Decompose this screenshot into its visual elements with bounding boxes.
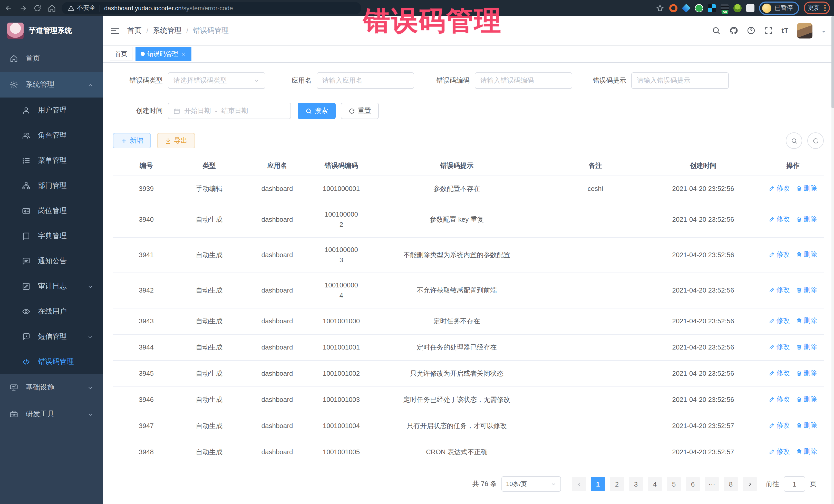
sidebar-item-11[interactable]: 短信管理	[0, 324, 103, 349]
not-secure-warning[interactable]: 不安全	[68, 4, 95, 12]
delete-link[interactable]: 删除	[796, 420, 817, 431]
back-icon[interactable]	[4, 3, 13, 13]
sidebar-item-14[interactable]: 研发工具	[0, 401, 103, 428]
sidebar-item-label: 研发工具	[26, 410, 54, 419]
edit-link[interactable]: 修改	[769, 183, 790, 194]
delete-link[interactable]: 删除	[796, 394, 817, 404]
home-icon[interactable]	[47, 3, 57, 13]
page-button-2[interactable]: 2	[610, 477, 624, 491]
app-logo[interactable]: 芋道管理系统	[0, 16, 103, 45]
breadcrumb-item[interactable]: 系统管理	[153, 26, 182, 35]
edit-link[interactable]: 修改	[769, 316, 790, 326]
calendar-icon	[174, 108, 180, 114]
scrollbar[interactable]	[831, 16, 834, 504]
delete-link[interactable]: 删除	[796, 285, 817, 295]
page-size-select[interactable]: 10条/页	[501, 476, 561, 492]
page-button-6[interactable]: 6	[686, 477, 700, 491]
sms-icon	[22, 332, 31, 341]
page-button-1[interactable]: 1	[591, 477, 605, 491]
edit-link[interactable]: 修改	[769, 214, 790, 224]
edit-link[interactable]: 修改	[769, 249, 790, 260]
prev-page-button[interactable]	[572, 477, 586, 491]
delete-link[interactable]: 删除	[796, 183, 817, 194]
delete-link[interactable]: 删除	[796, 342, 817, 352]
reset-button[interactable]: 重置	[341, 103, 379, 119]
page-ellipsis[interactable]: ···	[705, 477, 719, 491]
delete-link[interactable]: 删除	[796, 368, 817, 378]
sidebar-item-12[interactable]: 错误码管理	[0, 349, 103, 374]
page-button-3[interactable]: 3	[629, 477, 643, 491]
sidebar-item-3[interactable]: 角色管理	[0, 123, 103, 148]
page-button-5[interactable]: 5	[667, 477, 681, 491]
page-button-8[interactable]: 8	[724, 477, 738, 491]
edit-link[interactable]: 修改	[769, 446, 790, 457]
show-search-toggle-button[interactable]	[786, 132, 802, 149]
edit-link[interactable]: 修改	[769, 394, 790, 404]
edit-link[interactable]: 修改	[769, 342, 790, 352]
sidebar-item-5[interactable]: 部门管理	[0, 173, 103, 198]
fullscreen-icon[interactable]	[764, 26, 773, 35]
sidebar-item-6[interactable]: 岗位管理	[0, 198, 103, 223]
profile-paused-pill[interactable]: 已暂停	[759, 1, 799, 15]
sidebar-item-9[interactable]: 审计日志	[0, 273, 103, 299]
column-header: 错误码编码	[316, 156, 367, 176]
extension-icon-blue-gem[interactable]	[682, 4, 690, 12]
sidebar-item-label: 部门管理	[38, 181, 67, 190]
tab-1[interactable]: 错误码管理	[135, 47, 192, 61]
annotation-overlay: 错误码管理	[364, 3, 502, 39]
sidebar-item-10[interactable]: 在线用户	[0, 299, 103, 324]
sidebar-item-7[interactable]: 字典管理	[0, 223, 103, 248]
refresh-table-button[interactable]	[807, 132, 824, 149]
extension-icon-green-v[interactable]	[695, 4, 703, 12]
cell-id: 3945	[113, 360, 180, 387]
cell-remark	[547, 387, 644, 413]
page-button-4[interactable]: 4	[648, 477, 662, 491]
next-page-button[interactable]	[743, 477, 757, 491]
edit-link[interactable]: 修改	[769, 285, 790, 295]
github-icon[interactable]	[729, 26, 738, 35]
close-icon[interactable]	[181, 51, 186, 57]
sidebar-item-13[interactable]: 基础设施	[0, 374, 103, 401]
chevron-up-icon	[87, 82, 93, 88]
delete-link[interactable]: 删除	[796, 316, 817, 326]
tab-0[interactable]: 首页	[110, 47, 132, 61]
caret-down-icon[interactable]	[821, 27, 827, 34]
user-avatar[interactable]	[797, 23, 812, 38]
breadcrumb-item[interactable]: 首页	[127, 26, 142, 35]
export-button[interactable]: 导出	[157, 133, 195, 148]
sidebar-item-0[interactable]: 首页	[0, 45, 103, 72]
goto-page-input[interactable]: 1	[784, 476, 805, 492]
font-size-icon[interactable]: tT	[782, 27, 789, 35]
reload-icon[interactable]	[33, 3, 42, 13]
date-range-picker[interactable]: 开始日期 - 结束日期	[168, 103, 291, 119]
extension-icon-orange[interactable]	[669, 4, 678, 12]
hamburger-icon[interactable]	[110, 25, 120, 36]
update-button[interactable]: 更新	[804, 2, 830, 14]
sidebar-item-2[interactable]: 用户管理	[0, 97, 103, 123]
extension-icon-grid[interactable]	[708, 4, 716, 12]
search-button[interactable]: 搜索	[298, 103, 336, 119]
extension-icon-proxy-on[interactable]: on	[721, 4, 729, 12]
search-icon[interactable]	[711, 26, 721, 35]
error-msg-input[interactable]: 请输入错误码提示	[631, 72, 729, 89]
extension-icon-puzzle[interactable]	[746, 4, 754, 12]
sidebar-item-8[interactable]: 通知公告	[0, 248, 103, 273]
extension-icon-green-person[interactable]	[733, 4, 742, 12]
delete-link[interactable]: 删除	[796, 249, 817, 260]
edit-link[interactable]: 修改	[769, 420, 790, 431]
sidebar-item-1[interactable]: 系统管理	[0, 72, 103, 97]
forward-icon[interactable]	[19, 3, 28, 13]
sidebar-item-4[interactable]: 菜单管理	[0, 148, 103, 173]
error-type-select[interactable]: 请选择错误码类型	[168, 72, 265, 89]
address-bar[interactable]: 不安全 dashboard.yudao.iocoder.cn/system/er…	[62, 2, 361, 14]
app-name-input[interactable]: 请输入应用名	[317, 72, 414, 89]
cell-remark	[547, 202, 644, 237]
error-code-input[interactable]: 请输入错误码编码	[475, 72, 572, 89]
delete-link[interactable]: 删除	[796, 446, 817, 457]
add-button[interactable]: 新增	[113, 133, 151, 148]
bookmark-star-icon[interactable]	[655, 3, 665, 13]
delete-link[interactable]: 删除	[796, 214, 817, 224]
browser-menu-icon[interactable]	[824, 5, 826, 11]
help-icon[interactable]	[746, 26, 756, 35]
edit-link[interactable]: 修改	[769, 368, 790, 378]
